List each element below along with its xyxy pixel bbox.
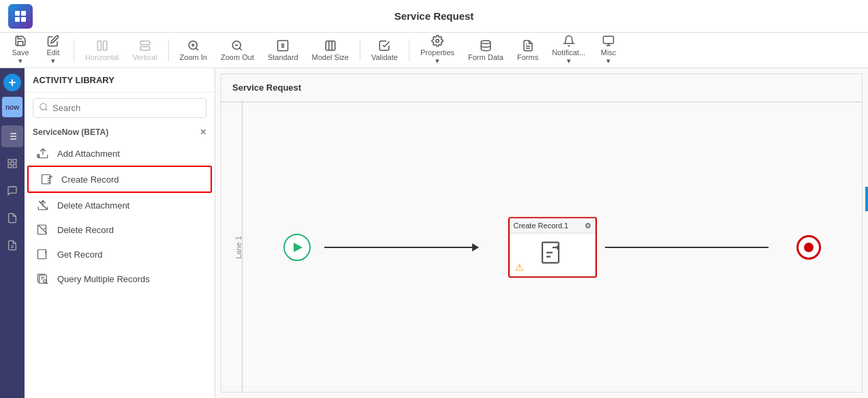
- svg-line-13: [240, 48, 242, 50]
- forms-button[interactable]: Forms: [512, 37, 544, 64]
- sidebar-item-get-record[interactable]: Get Record: [25, 242, 215, 266]
- svg-rect-46: [38, 225, 46, 234]
- nav-icon-chat[interactable]: [1, 180, 23, 202]
- icon-bar: + now: [0, 68, 25, 398]
- sidebar-item-label-query-multiple: Query Multiple Records: [57, 274, 150, 284]
- delete-attachment-icon: [35, 198, 50, 213]
- arrow-to-node: [472, 243, 479, 251]
- nav-icon-grid[interactable]: [1, 153, 23, 174]
- svg-point-17: [436, 40, 439, 43]
- divider-3: [360, 40, 360, 61]
- sidebar-item-label-get-record: Get Record: [57, 249, 102, 260]
- node-header: Create Record.1 ⚙: [510, 218, 595, 233]
- form-data-button[interactable]: Form Data: [463, 37, 509, 64]
- lane-area: Lane 1 Create Record.1 ⚙: [221, 102, 862, 392]
- svg-point-34: [40, 104, 46, 110]
- svg-rect-21: [604, 36, 614, 44]
- horizontal-button[interactable]: Horizontal: [80, 37, 125, 64]
- divider-4: [409, 40, 409, 61]
- svg-rect-6: [140, 41, 150, 44]
- save-button[interactable]: Save ▾: [5, 32, 35, 68]
- canvas-area: Service Request Lane 1 Cre: [215, 68, 868, 398]
- zoom-out-button[interactable]: Zoom Out: [215, 37, 260, 64]
- play-icon: [294, 243, 303, 252]
- sidebar-item-label-add-attachment: Add Attachment: [57, 149, 120, 159]
- svg-rect-33: [13, 164, 16, 168]
- zoom-in-button[interactable]: Zoom In: [174, 37, 213, 64]
- main-layout: + now ACTIVITY LIBRARY ServiceNow: [0, 68, 868, 398]
- query-multiple-records-icon: [35, 271, 50, 286]
- delete-record-icon: [35, 222, 50, 237]
- svg-rect-32: [8, 164, 12, 168]
- svg-line-35: [46, 109, 48, 111]
- properties-button[interactable]: Properties ▾: [415, 32, 460, 68]
- canvas-inner: Service Request Lane 1 Cre: [221, 74, 863, 393]
- node-title: Create Record.1: [514, 221, 569, 230]
- add-button[interactable]: +: [3, 74, 21, 91]
- stop-icon: [804, 243, 813, 252]
- sidebar-item-label-delete-attachment: Delete Attachment: [57, 200, 129, 211]
- sidebar-item-delete-attachment[interactable]: Delete Attachment: [25, 193, 215, 217]
- node-gear-icon[interactable]: ⚙: [585, 221, 591, 230]
- svg-rect-5: [103, 41, 106, 50]
- nav-icon-settings[interactable]: [1, 234, 23, 256]
- node-create-record-icon: [540, 240, 565, 269]
- sidebar-item-label-create-record: Create Record: [61, 174, 119, 185]
- connector-start-to-node: [324, 247, 474, 248]
- flow-end-node[interactable]: [796, 235, 821, 260]
- top-bar: Service Request: [0, 0, 868, 33]
- sidebar-item-delete-record[interactable]: Delete Record: [25, 217, 215, 242]
- sidebar-item-add-attachment[interactable]: Add Attachment: [25, 141, 215, 166]
- flow-start-node[interactable]: [283, 234, 311, 261]
- now-logo: now: [2, 97, 22, 117]
- divider-2: [168, 40, 169, 61]
- svg-rect-2: [15, 17, 20, 22]
- app-logo: [8, 4, 33, 29]
- svg-point-18: [481, 40, 491, 44]
- svg-rect-7: [140, 46, 150, 50]
- svg-rect-4: [97, 41, 101, 50]
- svg-rect-16: [326, 41, 335, 50]
- create-record-node[interactable]: Create Record.1 ⚙ ⚠: [508, 217, 597, 277]
- section-label: ServiceNow (BETA): [33, 127, 108, 137]
- search-icon: [39, 102, 48, 114]
- nav-icon-file[interactable]: [1, 207, 23, 229]
- vertical-button[interactable]: Vertical: [127, 37, 163, 64]
- close-icon[interactable]: ✕: [200, 127, 206, 137]
- sidebar-title: ACTIVITY LIBRARY: [33, 75, 114, 85]
- svg-line-9: [196, 48, 198, 50]
- svg-rect-0: [15, 11, 20, 16]
- validate-button[interactable]: Validate: [366, 37, 403, 64]
- sidebar-item-query-multiple-records[interactable]: Query Multiple Records: [25, 266, 215, 291]
- standard-button[interactable]: Standard: [262, 37, 304, 64]
- notifications-button[interactable]: Notificat... ▾: [546, 32, 591, 68]
- node-warning-icon: ⚠: [515, 261, 524, 272]
- node-body: ⚠: [510, 233, 595, 276]
- search-input[interactable]: [52, 103, 200, 113]
- sidebar-item-label-delete-record: Delete Record: [57, 225, 114, 235]
- svg-line-53: [46, 283, 48, 284]
- svg-rect-1: [21, 11, 26, 16]
- svg-rect-51: [40, 275, 47, 284]
- model-size-button[interactable]: Model Size: [307, 37, 354, 64]
- svg-rect-49: [38, 249, 46, 259]
- svg-rect-30: [8, 159, 12, 163]
- activity-library-sidebar: ACTIVITY LIBRARY ServiceNow (BETA) ✕ Add…: [25, 68, 215, 398]
- create-record-icon: [40, 172, 55, 187]
- search-box[interactable]: [33, 98, 206, 118]
- connector-node-to-end: [605, 247, 769, 248]
- nav-icon-list[interactable]: [1, 125, 23, 147]
- sidebar-collapse-button[interactable]: ◀: [865, 187, 868, 211]
- edit-button[interactable]: Edit ▾: [38, 32, 68, 68]
- toolbar: Save ▾ Edit ▾ Horizontal Vertical Zoom I…: [0, 33, 868, 68]
- svg-rect-3: [21, 17, 26, 22]
- page-title: Service Request: [394, 10, 474, 22]
- canvas-label: Service Request: [232, 82, 301, 93]
- misc-button[interactable]: Misc ▾: [593, 32, 623, 68]
- sidebar-header: ACTIVITY LIBRARY: [25, 68, 215, 93]
- add-attachment-icon: [35, 146, 50, 161]
- sidebar-item-create-record[interactable]: Create Record: [27, 166, 212, 193]
- lane-container: Create Record.1 ⚙ ⚠: [242, 102, 862, 392]
- library-section: ServiceNow (BETA) ✕: [25, 123, 215, 141]
- svg-rect-31: [13, 159, 16, 163]
